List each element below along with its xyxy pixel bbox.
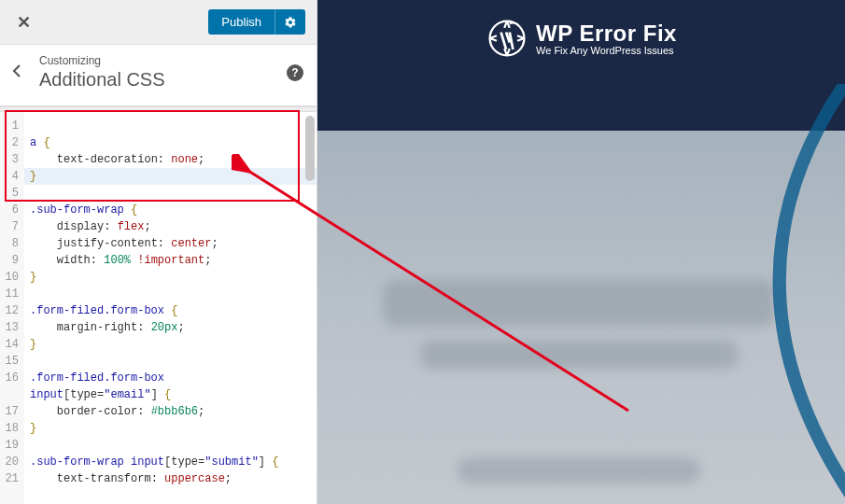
publish-settings-button[interactable] xyxy=(275,9,305,35)
css-code-editor[interactable]: 123456789101112131415161718192021 a { te… xyxy=(0,112,317,504)
site-preview: WP Error Fix We Fix Any WordPress Issues xyxy=(317,0,845,504)
brand-logo-icon xyxy=(486,17,528,60)
help-icon[interactable]: ? xyxy=(287,64,303,81)
customizer-sidebar: ✕ Publish Customizing Additional CSS ? 1… xyxy=(0,0,317,504)
code-content[interactable]: a { text-decoration: none;} .sub-form-wr… xyxy=(24,112,317,504)
section-title: Additional CSS xyxy=(39,69,287,91)
sidebar-header: ✕ Publish xyxy=(0,0,317,45)
brand-text: WP Error Fix We Fix Any WordPress Issues xyxy=(536,21,677,56)
blurred-content xyxy=(458,457,700,483)
chevron-left-icon xyxy=(11,64,22,77)
breadcrumb-text: Customizing Additional CSS xyxy=(39,54,287,91)
publish-group: Publish xyxy=(208,9,305,35)
breadcrumb-row: Customizing Additional CSS ? xyxy=(0,45,317,106)
scrollbar-thumb[interactable] xyxy=(305,116,315,181)
close-button[interactable]: ✕ xyxy=(11,10,36,35)
brand-tagline: We Fix Any WordPress Issues xyxy=(536,45,677,56)
brand: WP Error Fix We Fix Any WordPress Issues xyxy=(486,17,677,60)
back-button[interactable] xyxy=(9,63,30,82)
preview-header: WP Error Fix We Fix Any WordPress Issues xyxy=(317,0,845,63)
brand-title: WP Error Fix xyxy=(536,21,677,47)
publish-button[interactable]: Publish xyxy=(208,9,275,35)
breadcrumb-label: Customizing xyxy=(39,54,287,67)
gear-icon xyxy=(284,16,297,29)
blurred-content xyxy=(420,341,738,369)
preview-accent xyxy=(696,84,845,504)
line-gutter: 123456789101112131415161718192021 xyxy=(0,112,24,504)
